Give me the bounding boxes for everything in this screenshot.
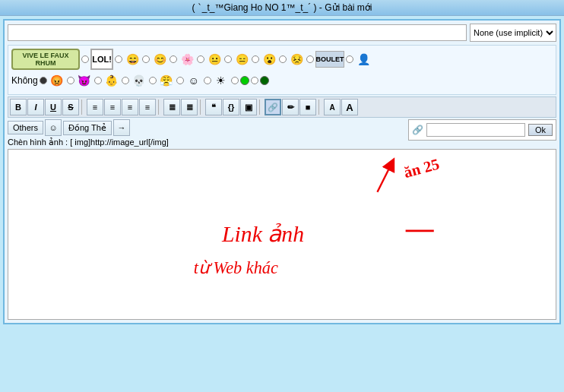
banner-boulet: BOULET (315, 51, 344, 68)
none-select-wrapper: None (use implicit) Left Center Right (470, 24, 556, 42)
font-btn[interactable]: A (324, 99, 341, 115)
radio-r1[interactable] (40, 77, 47, 84)
sep4 (259, 100, 262, 115)
radio-r5[interactable] (149, 77, 157, 84)
top-row: None (use implicit) Left Center Right (8, 24, 556, 42)
banner-lol: LOL! (90, 49, 113, 70)
color-green[interactable] (240, 76, 249, 85)
emo-1[interactable]: 😄 (124, 51, 141, 68)
text-area-container: ăn 25 Link ảnh từ Web khác (8, 149, 556, 320)
emo-row-2: Không 😡 😈 👶 💀 😤 ☺ ☀ (11, 72, 553, 89)
emo-r6[interactable]: ☺ (185, 72, 202, 89)
emoticons-section: VIVE LE FAUX RHUM LOL! 😄 😊 🌸 😐 😑 😮 😣 BOU… (8, 45, 556, 95)
media-btn[interactable]: ▣ (240, 99, 257, 115)
align-center-btn[interactable]: ≡ (104, 99, 121, 115)
emo-8[interactable]: 👤 (355, 51, 372, 68)
block-btn[interactable]: ■ (299, 99, 316, 115)
emo-r7[interactable]: ☀ (213, 72, 230, 89)
emo-r2[interactable]: 😈 (76, 72, 93, 89)
radio-r3[interactable] (94, 77, 102, 84)
radio-1[interactable] (81, 55, 89, 63)
sep3 (200, 100, 203, 115)
radio-r7[interactable] (204, 77, 211, 84)
radio-10[interactable] (346, 55, 353, 63)
image-popup: 🔗 Ok (408, 119, 556, 141)
link-btn[interactable]: 🔗 (265, 99, 281, 115)
radio-8[interactable] (279, 55, 287, 63)
main-container: None (use implicit) Left Center Right VI… (3, 19, 561, 324)
quote-btn[interactable]: ❝ (205, 99, 222, 115)
others-button[interactable]: Others (8, 121, 43, 134)
sep5 (318, 100, 322, 115)
emo-r4[interactable]: 💀 (131, 72, 147, 89)
toolbar: B I U S ≡ ≡ ≡ ≡ ≣ ≣ ❝ {} ▣ 🔗 ✏ ■ A A (8, 96, 556, 118)
edit-btn[interactable]: ✏ (282, 99, 299, 115)
emo-r1[interactable]: 😡 (49, 72, 65, 89)
emo-r5[interactable]: 😤 (158, 72, 175, 89)
label-khong: Không (11, 75, 38, 86)
code-btn[interactable]: {} (223, 99, 239, 115)
strikethrough-btn[interactable]: S (62, 99, 79, 115)
emo-row-1: VIVE LE FAUX RHUM LOL! 😄 😊 🌸 😐 😑 😮 😣 BOU… (11, 49, 553, 70)
emo-6[interactable]: 😮 (261, 51, 277, 68)
bold-btn[interactable]: B (10, 99, 27, 115)
list-ol-btn[interactable]: ≣ (181, 99, 198, 115)
italic-btn[interactable]: I (27, 99, 44, 115)
radio-3[interactable] (142, 55, 150, 63)
underline-btn[interactable]: U (45, 99, 62, 115)
image-url-input[interactable] (426, 123, 525, 137)
radio-5[interactable] (197, 55, 204, 63)
banner-vive: VIVE LE FAUX RHUM (11, 49, 80, 70)
align-justify-btn[interactable]: ≡ (139, 99, 156, 115)
emo-5[interactable]: 😑 (233, 51, 250, 68)
emo-3[interactable]: 🌸 (179, 51, 195, 68)
color-darkgreen[interactable] (260, 76, 269, 85)
link-icon: 🔗 (412, 125, 423, 135)
arrow-btn[interactable]: → (113, 119, 130, 136)
radio-r6[interactable] (176, 77, 184, 84)
none-dropdown[interactable]: None (use implicit) Left Center Right (471, 24, 556, 41)
radio-4[interactable] (170, 55, 177, 63)
post-content-input[interactable] (8, 150, 556, 317)
emo-7[interactable]: 😣 (288, 51, 305, 68)
emo-2[interactable]: 😊 (151, 51, 168, 68)
sep2 (158, 100, 161, 115)
radio-r4[interactable] (122, 77, 129, 84)
sep1 (81, 100, 84, 115)
radio-r8[interactable] (231, 77, 239, 84)
url-input[interactable] (8, 24, 467, 41)
radio-6[interactable] (224, 55, 232, 63)
toolbar2: Others ☺ Đồng Thẻ → 🔗 Ok (8, 119, 556, 136)
smile-icon-btn[interactable]: ☺ (45, 119, 62, 136)
radio-2[interactable] (115, 55, 122, 63)
radio-9[interactable] (306, 55, 314, 63)
emo-r3[interactable]: 👶 (103, 72, 120, 89)
title-text: ( ˋ_t_™Giang Ho NO 1™_t_´ ) - Gửi bài mớ… (192, 2, 372, 13)
list-ul-btn[interactable]: ≣ (163, 99, 180, 115)
radio-r2[interactable] (67, 77, 74, 84)
title-bar: ( ˋ_t_™Giang Ho NO 1™_t_´ ) - Gửi bài mớ… (0, 0, 564, 16)
align-left-btn[interactable]: ≡ (87, 99, 103, 115)
radio-7[interactable] (252, 55, 259, 63)
radio-r9[interactable] (251, 77, 258, 84)
align-right-btn[interactable]: ≡ (122, 99, 138, 115)
ok-button[interactable]: Ok (528, 124, 553, 136)
emo-4[interactable]: 😐 (206, 51, 223, 68)
dong-the-button[interactable]: Đồng Thẻ (63, 121, 112, 135)
font2-btn[interactable]: A (341, 99, 358, 115)
